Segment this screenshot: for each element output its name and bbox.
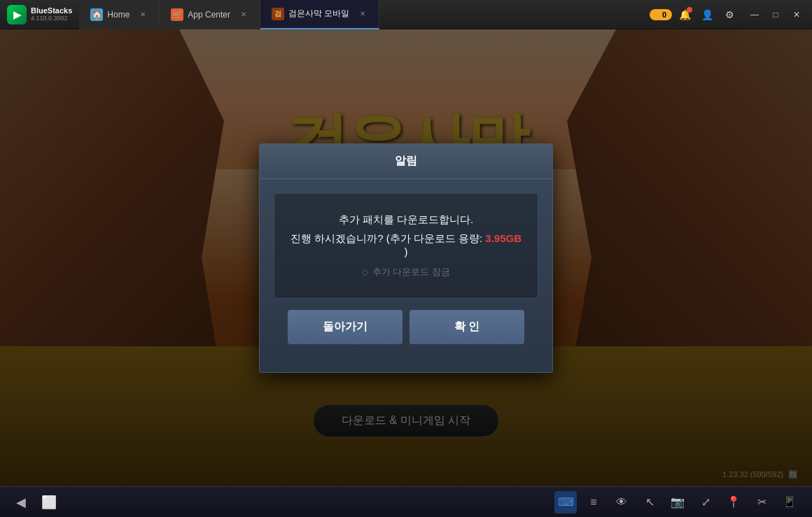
close-button[interactable]: ✕ <box>787 5 806 24</box>
diamond-icon: ◇ <box>362 267 368 277</box>
back-button[interactable]: 돌아가기 <box>288 310 402 344</box>
settings-button[interactable]: ⚙ <box>720 5 739 24</box>
eye-icon[interactable]: 👁 <box>610 491 633 514</box>
game-area: 검은사막 다운로드 & 미니게임 시작 1.23.32 (590/592) 🔄 … <box>0 29 812 486</box>
resize-icon[interactable]: ⤢ <box>694 491 717 514</box>
home-tab-label: Home <box>107 10 130 20</box>
titlebar-right: ● 0 🔔 👤 ⚙ — □ ✕ <box>644 5 812 24</box>
cursor-icon[interactable]: ↖ <box>638 491 661 514</box>
tabs-container: 🏠 Home ✕ 🛒 App Center ✕ 검 검은사막 모바일 ✕ <box>79 0 644 29</box>
tab-home[interactable]: 🏠 Home ✕ <box>79 0 160 29</box>
taskbar-left: ◀ ⬜ <box>11 493 59 512</box>
appcenter-tab-icon: 🛒 <box>171 8 183 21</box>
sub-text-label: 추가 다운로드 잠금 <box>372 266 450 278</box>
game-tab-label: 검은사막 모바일 <box>288 8 349 20</box>
dialog-buttons: 돌아가기 확 인 <box>274 310 538 358</box>
alert-dialog: 알림 추가 패치를 다운로드합니다. 진행 하시겠습니까? (추가 다운로드 용… <box>259 143 553 373</box>
dialog-sub-text: ◇ 추가 다운로드 잠금 <box>288 266 524 278</box>
appcenter-tab-label: App Center <box>188 10 230 20</box>
dialog-message-prefix: 진행 하시겠습니까? (추가 다운로드 용량: <box>290 232 482 244</box>
titlebar: ▶ BlueStacks 4.110.0.3002 🏠 Home ✕ 🛒 App… <box>0 0 812 29</box>
dialog-overlay: 알림 추가 패치를 다운로드합니다. 진행 하시겠습니까? (추가 다운로드 용… <box>0 29 812 486</box>
menu-icon[interactable]: ≡ <box>582 491 605 514</box>
keyboard-icon[interactable]: ⌨ <box>554 491 577 514</box>
minimize-button[interactable]: — <box>745 5 764 24</box>
dialog-title: 알림 <box>395 155 417 167</box>
coin-badge[interactable]: ● 0 <box>650 9 672 20</box>
maximize-button[interactable]: □ <box>766 5 785 24</box>
home-tab-icon: 🏠 <box>90 8 103 21</box>
user-icon-button[interactable]: 👤 <box>697 5 717 24</box>
game-tab-close[interactable]: ✕ <box>358 9 368 19</box>
dialog-file-size: 3.95GB <box>485 232 522 244</box>
taskbar-right: ⌨ ≡ 👁 ↖ 📷 ⤢ 📍 ✂ 📱 <box>554 491 801 514</box>
taskbar: ◀ ⬜ ⌨ ≡ 👁 ↖ 📷 ⤢ 📍 ✂ 📱 <box>0 486 812 517</box>
dialog-content-box: 추가 패치를 다운로드합니다. 진행 하시겠습니까? (추가 다운로드 용량: … <box>274 193 538 299</box>
tab-game[interactable]: 검 검은사막 모바일 ✕ <box>260 0 379 29</box>
scissors-icon[interactable]: ✂ <box>750 491 773 514</box>
notification-dot <box>687 7 692 13</box>
bluestacks-logo: ▶ BlueStacks 4.110.0.3002 <box>0 5 79 24</box>
dialog-message-line1: 추가 패치를 다운로드합니다. <box>288 213 524 227</box>
mobile-icon[interactable]: 📱 <box>778 491 801 514</box>
window-controls: — □ ✕ <box>745 5 806 24</box>
tab-appcenter[interactable]: 🛒 App Center ✕ <box>160 0 260 29</box>
app-version: 4.110.0.3002 <box>31 15 72 22</box>
dialog-message-line2: 진행 하시겠습니까? (추가 다운로드 용량: 3.95GB ) <box>288 232 524 257</box>
notification-button[interactable]: 🔔 <box>675 5 694 24</box>
bluestacks-brand: BlueStacks 4.110.0.3002 <box>31 7 72 22</box>
appcenter-tab-close[interactable]: ✕ <box>239 10 248 20</box>
bluestacks-icon: ▶ <box>7 5 27 24</box>
location-icon[interactable]: 📍 <box>722 491 745 514</box>
dialog-message-suffix: ) <box>405 246 408 257</box>
game-tab-icon: 검 <box>272 8 284 20</box>
home-tab-close[interactable]: ✕ <box>138 10 148 20</box>
home-navigation-button[interactable]: ⬜ <box>39 493 59 512</box>
dialog-body: 추가 패치를 다운로드합니다. 진행 하시겠습니까? (추가 다운로드 용량: … <box>260 179 552 372</box>
app-name: BlueStacks <box>31 7 72 15</box>
back-navigation-button[interactable]: ◀ <box>11 493 31 512</box>
coin-count: 0 <box>662 10 666 19</box>
confirm-button[interactable]: 확 인 <box>410 310 524 344</box>
camera-icon[interactable]: 📷 <box>666 491 689 514</box>
coin-icon: ● <box>655 10 660 19</box>
dialog-header: 알림 <box>260 144 552 179</box>
